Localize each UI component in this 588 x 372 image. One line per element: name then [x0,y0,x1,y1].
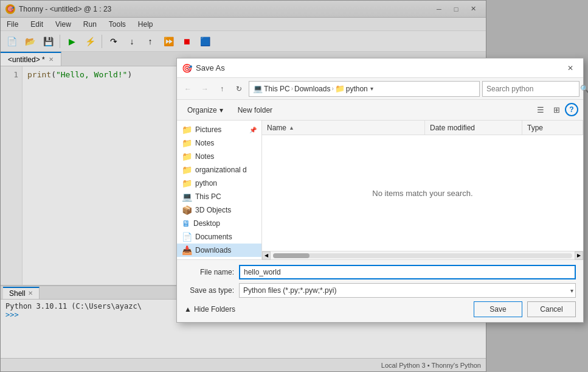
notes2-label: Notes [195,152,214,161]
view-list-button[interactable]: ☰ [533,103,548,118]
name-sort-arrow: ▲ [289,125,294,131]
file-name-input[interactable] [239,265,576,279]
sidebar-notes-1[interactable]: 📁 Notes [177,136,261,150]
organize-arrow-icon: ▾ [220,106,223,114]
breadcrumb-downloads[interactable]: Downloads [294,85,330,93]
documents-icon: 📄 [182,232,192,242]
dialog-title-text: Save As [196,63,225,72]
sidebar-pictures[interactable]: 📁 Pictures 📌 [177,123,261,136]
sidebar-desktop[interactable]: 🖥 Desktop [177,217,261,230]
scroll-left-button[interactable]: ◀ [262,251,271,260]
breadcrumb-sep-2: › [331,85,333,92]
scroll-track [273,253,572,258]
dialog-sidebar: 📁 Pictures 📌 📁 Notes 📁 Notes 📁 organizat… [177,121,262,259]
organize-button[interactable]: Organize ▾ [182,104,229,117]
pictures-icon: 📁 [182,125,192,135]
search-icon: 🔍 [580,85,588,93]
documents-label: Documents [195,233,232,241]
hide-folders-arrow: ▲ [184,305,192,314]
org-label: organizational d [195,166,247,174]
sidebar-this-pc[interactable]: 💻 This PC [177,190,261,203]
3d-objects-icon: 📦 [182,205,192,215]
scroll-thumb[interactable] [273,253,310,258]
python-folder-label: python [195,179,217,188]
organize-label: Organize [187,106,217,114]
name-column-header[interactable]: Name ▲ [262,121,425,135]
file-list-header: Name ▲ Date modified Type [262,121,583,135]
dialog-toolbar: Organize ▾ New folder ☰ ⊞ ? [177,100,583,121]
sidebar-python[interactable]: 📁 python [177,177,261,190]
org-icon: 📁 [182,165,192,175]
dialog-title-bar: 🎯 Save As ✕ [177,58,583,78]
save-as-dialog: 🎯 Save As ✕ ← → ↑ ↻ 💻 This PC › Download… [176,58,584,323]
dialog-app-icon: 🎯 [182,63,192,73]
breadcrumb-this-pc[interactable]: This PC [264,85,290,93]
back-button[interactable]: ← [181,82,195,96]
sidebar-downloads[interactable]: 📥 Downloads [177,244,261,257]
notes2-icon: 📁 [182,152,192,161]
pin-icon: 📌 [249,127,257,133]
desktop-label: Desktop [193,219,220,228]
save-type-wrapper: Python files (*.py;*.pyw;*.pyi) ▾ [239,283,576,298]
empty-message: No items match your search. [372,189,472,198]
date-column-header[interactable]: Date modified [425,121,522,135]
cancel-button[interactable]: Cancel [527,301,576,317]
save-type-row: Save as type: Python files (*.py;*.pyw;*… [184,283,576,298]
file-name-row: File name: [184,265,576,279]
sidebar-3d-objects[interactable]: 📦 3D Objects [177,203,261,217]
type-column-header[interactable]: Type [522,121,583,135]
save-button[interactable]: Save [474,301,522,317]
downloads-icon: 📥 [182,245,192,255]
downloads-label: Downloads [195,246,231,254]
dialog-body: 📁 Pictures 📌 📁 Notes 📁 Notes 📁 organizat… [177,121,583,259]
refresh-button[interactable]: ↻ [232,82,246,96]
file-list-empty: No items match your search. [262,135,583,251]
breadcrumb-dropdown-icon[interactable]: ▾ [370,85,373,92]
notes1-icon: 📁 [182,138,192,148]
forward-button[interactable]: → [198,82,212,96]
breadcrumb-folder-icon: 💻 [253,84,263,93]
dialog-footer: File name: Save as type: Python files (*… [177,259,583,322]
search-input[interactable] [486,85,578,93]
sidebar-documents[interactable]: 📄 Documents [177,230,261,244]
desktop-icon: 🖥 [182,219,190,228]
breadcrumb-python[interactable]: python [346,85,368,93]
pictures-label: Pictures [195,125,221,134]
view-buttons: ☰ ⊞ ? [533,103,578,118]
python-folder-icon: 📁 [182,178,192,188]
dialog-title-left: 🎯 Save As [182,63,225,73]
search-box: 🔍 [482,81,579,97]
help-button[interactable]: ? [565,103,578,116]
file-name-label: File name: [184,268,239,276]
3d-objects-label: 3D Objects [195,206,231,214]
dialog-actions: ▲ Hide Folders Save Cancel [184,301,576,317]
dialog-toolbar-left: Organize ▾ New folder [182,104,279,117]
this-pc-icon: 💻 [182,192,192,202]
view-details-button[interactable]: ⊞ [549,103,564,118]
hide-folders-button[interactable]: ▲ Hide Folders [184,305,235,314]
this-pc-label: This PC [195,192,221,201]
action-buttons: Save Cancel [474,301,576,317]
sidebar-organizational[interactable]: 📁 organizational d [177,163,261,177]
dialog-main-area: Name ▲ Date modified Type No items match… [262,121,583,259]
hide-folders-label: Hide Folders [194,305,235,314]
scroll-right-button[interactable]: ▶ [575,251,583,260]
breadcrumb-bar: 💻 This PC › Downloads › 📁 python ▾ [249,81,480,97]
sidebar-notes-2[interactable]: 📁 Notes [177,150,261,163]
dialog-nav-bar: ← → ↑ ↻ 💻 This PC › Downloads › 📁 python… [177,78,583,100]
new-folder-button[interactable]: New folder [231,104,279,117]
save-type-label: Save as type: [184,286,239,295]
dialog-close-button[interactable]: ✕ [562,61,578,75]
notes1-label: Notes [195,139,214,147]
horizontal-scrollbar[interactable]: ◀ ▶ [262,251,583,259]
breadcrumb-sep-1: › [291,85,293,92]
breadcrumb-python-icon: 📁 [335,84,345,93]
save-type-select[interactable]: Python files (*.py;*.pyw;*.pyi) [239,283,576,298]
up-button[interactable]: ↑ [215,82,229,96]
